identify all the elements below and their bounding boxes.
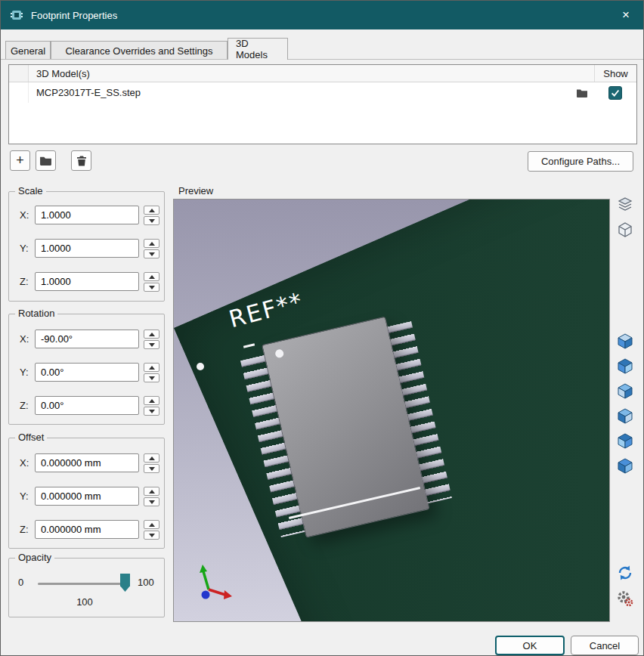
model-table: 3D Model(s) Show MCP23017T-E_SS.step [8,64,637,144]
tab-3d-models[interactable]: 3D Models [228,38,288,60]
opacity-slider-handle[interactable] [120,574,130,592]
scale-y-label: Y: [20,243,29,254]
preview-settings-button[interactable] [615,588,636,609]
close-button[interactable]: × [608,1,643,29]
rotation-y-label: Y: [20,367,29,378]
offset-z-input[interactable] [35,520,139,539]
rotation-y-input[interactable] [35,363,139,382]
view-top-button[interactable] [615,330,636,351]
model-file-name: MCP23017T-E_SS.step [36,87,141,98]
tab-clearance-overrides[interactable]: Clearance Overrides and Settings [51,41,228,60]
add-model-button[interactable]: + [10,150,30,171]
scale-group-title: Scale [15,185,46,196]
spin-up-icon [149,333,155,336]
rotation-y-spinner [144,363,159,382]
spin-down-icon [149,376,155,380]
axis-gizmo-icon [190,562,234,606]
show-cell [594,82,636,103]
offset-z-spinner [144,520,159,540]
scale-y-spinner [144,239,159,258]
scale-y-spin-up[interactable] [144,239,159,248]
view-left-button[interactable] [615,380,636,401]
scale-x-label: X: [20,209,29,221]
offset-x-label: X: [20,457,29,469]
offset-x-spin-down[interactable] [144,464,159,473]
row-gutter [9,82,29,103]
opacity-group-title: Opacity [15,552,54,563]
tab-clearance-label: Clearance Overrides and Settings [65,45,212,57]
opacity-max-label: 100 [138,577,154,588]
cancel-button[interactable]: Cancel [571,636,639,655]
gear-icon [616,589,634,608]
scale-y-spin-down[interactable] [144,249,159,258]
model-path-cell[interactable]: MCP23017T-E_SS.step [29,82,594,103]
delete-model-button[interactable] [71,150,91,171]
header-show-label: Show [603,68,628,79]
scale-x-input[interactable] [35,206,139,224]
spin-up-icon [149,366,155,370]
pin1-marker [274,348,284,358]
scale-z-spin-up[interactable] [144,272,159,281]
offset-y-spin-up[interactable] [144,487,159,496]
kicad-logo-icon [10,8,23,22]
rotation-x-input[interactable] [35,330,139,348]
offset-z-spin-up[interactable] [144,520,159,529]
toggle-layers-button[interactable] [615,194,636,215]
model-table-header: 3D Model(s) Show [9,65,636,82]
offset-x-input[interactable] [35,453,139,472]
offset-z-label: Z: [20,524,29,535]
rotation-group-title: Rotation [15,308,57,319]
stacked-layers-icon [616,196,634,214]
scale-x-spin-up[interactable] [144,206,159,215]
opacity-value: 100 [68,596,101,608]
rotation-group: Rotation X: Y: Z: [8,314,165,425]
scale-z-input[interactable] [35,272,139,291]
spin-up-icon [149,209,155,212]
rotation-z-input[interactable] [35,396,139,415]
tab-general-label: General [11,45,45,57]
ok-button[interactable]: OK [495,636,565,655]
rotation-z-spinner [144,396,159,416]
cube-front-icon [616,432,634,450]
spin-down-icon [149,500,155,504]
view-front-button[interactable] [615,430,636,451]
rotation-y-spin-up[interactable] [144,363,159,372]
show-checkbox[interactable] [608,86,622,100]
view-right-button[interactable] [615,405,636,426]
offset-y-label: Y: [20,490,29,502]
tab-3d-models-label: 3D Models [236,38,280,60]
configure-paths-button[interactable]: Configure Paths... [528,151,633,172]
opacity-slider-track[interactable] [38,583,130,585]
check-icon [610,88,621,98]
toggle-bounding-box-button[interactable] [615,219,636,240]
spin-down-icon [149,219,155,223]
open-model-button[interactable] [36,150,56,171]
tab-general[interactable]: General [5,41,51,60]
rotation-z-spin-up[interactable] [144,396,159,405]
offset-x-spin-up[interactable] [144,453,159,463]
rotation-z-spin-down[interactable] [144,407,159,416]
offset-z-spin-down[interactable] [144,531,159,540]
offset-y-spinner [144,487,159,506]
view-bottom-button[interactable] [615,355,636,376]
scale-x-spin-down[interactable] [144,216,159,225]
scale-z-spin-down[interactable] [144,283,159,292]
spin-down-icon [149,467,155,471]
offset-y-input[interactable] [35,487,139,506]
rotation-x-label: X: [20,333,29,345]
scale-y-input[interactable] [35,239,139,258]
offset-y-spin-down[interactable] [144,497,159,506]
view-back-button[interactable] [615,455,636,476]
rotation-y-spin-down[interactable] [144,373,159,382]
folder-icon [576,88,588,98]
rotation-x-spin-up[interactable] [144,330,159,339]
table-row[interactable]: MCP23017T-E_SS.step [9,82,636,103]
browse-model-button[interactable] [576,88,588,98]
header-show-column: Show [594,65,636,82]
reload-preview-button[interactable] [615,562,636,583]
rotation-x-spin-down[interactable] [144,340,159,349]
preview-label: Preview [178,185,213,196]
preview-3d-viewport[interactable]: REF** [173,199,610,622]
tab-baseline [1,59,643,60]
spin-down-icon [149,343,155,347]
